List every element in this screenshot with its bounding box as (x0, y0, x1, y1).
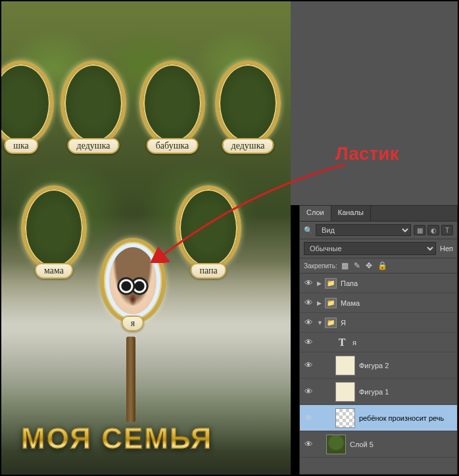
layer-thumbnail (335, 382, 355, 402)
layer-thumbnail (335, 408, 355, 428)
disclosure-icon[interactable]: ▼ (317, 320, 325, 326)
filter-type-icon[interactable]: T (441, 225, 453, 235)
filter-pixel-icon[interactable]: ▦ (414, 225, 425, 235)
layer-name: Фигура 2 (359, 362, 457, 369)
frame-label-grandma2: бабушка (147, 138, 199, 154)
tab-layers[interactable]: Слои (300, 206, 331, 221)
child-face (109, 247, 157, 314)
layer-name: Я (341, 319, 457, 327)
portrait-frame-grandpa2[interactable]: дедушка (215, 60, 281, 146)
layer-row[interactable]: 👁Фигура 2 (300, 352, 457, 379)
disclosure-icon[interactable]: ▶ (317, 300, 325, 306)
layer-row[interactable]: 👁Фигура 1 (300, 379, 457, 405)
search-icon: 🔍 (304, 226, 313, 235)
portrait-frame-grandpa1[interactable]: дедушка (60, 60, 126, 146)
visibility-toggle-icon[interactable]: 👁 (300, 337, 317, 347)
layer-name: я (352, 339, 457, 346)
layers-panel: Слои Каналы 🔍 Вид ▦ ◐ T Обычные Неп Закр… (299, 205, 458, 475)
panel-tabs: Слои Каналы (300, 206, 457, 222)
annotation-label: Ластик (335, 143, 399, 164)
text-layer-icon: T (335, 337, 349, 348)
visibility-toggle-icon[interactable]: 👁 (300, 298, 317, 308)
visibility-toggle-icon[interactable]: 👁 (300, 413, 317, 423)
folder-icon: 📁 (325, 318, 337, 328)
layer-name: Слой 5 (350, 440, 457, 448)
workspace-gray-area (291, 1, 458, 205)
portrait-frame-me[interactable]: я (100, 238, 166, 323)
layer-row[interactable]: 👁Слой 5 (300, 431, 457, 458)
lock-all-icon[interactable]: 🔒 (377, 261, 387, 270)
tab-channels[interactable]: Каналы (331, 206, 371, 221)
visibility-toggle-icon[interactable]: 👁 (300, 360, 317, 370)
filter-pills: ▦ ◐ T (414, 225, 453, 235)
lock-brush-icon[interactable]: ✎ (354, 261, 360, 270)
frame-label-dad: папа (190, 263, 226, 279)
blend-mode-select[interactable]: Обычные (304, 242, 436, 255)
folder-icon: 📁 (325, 278, 337, 289)
disclosure-icon[interactable]: ▶ (317, 280, 325, 287)
portrait-frame-mom[interactable]: мама (21, 185, 87, 271)
layer-thumbnail (326, 435, 346, 454)
layer-name: Папа (341, 279, 457, 287)
layer-name: ребёнок произносит речь (359, 414, 457, 422)
portrait-frame-grandma2[interactable]: бабушка (139, 60, 205, 146)
frame-label-grandma1: шка (4, 138, 38, 154)
document-title: МОЯ СЕМЬЯ (21, 422, 213, 455)
lock-pixels-icon[interactable]: ▦ (341, 261, 349, 270)
frame-label-grandpa2: дедушка (222, 138, 274, 154)
layer-row[interactable]: 👁▶📁Папа (300, 274, 457, 293)
lock-label: Закрепить: (304, 262, 337, 270)
filter-select[interactable]: Вид (316, 224, 411, 236)
portrait-frame-dad[interactable]: папа (176, 185, 241, 271)
frame-label-grandpa1: дедушка (68, 138, 120, 154)
layer-thumbnail (335, 356, 355, 375)
opacity-label: Неп (440, 245, 453, 252)
layer-row[interactable]: 👁▼📁Я (300, 313, 457, 333)
lock-position-icon[interactable]: ✥ (366, 261, 372, 270)
tree-trunk (126, 337, 135, 422)
frame-label-me: я (122, 316, 144, 331)
layer-name: Фигура 1 (359, 388, 457, 396)
layer-row[interactable]: 👁Tя (300, 333, 457, 352)
layer-row[interactable]: 👁ребёнок произносит речь (300, 405, 457, 431)
folder-icon: 📁 (325, 298, 337, 308)
visibility-toggle-icon[interactable]: 👁 (300, 318, 317, 327)
filter-adjust-icon[interactable]: ◐ (427, 225, 439, 235)
layer-row[interactable]: 👁▶📁Мама (300, 293, 457, 313)
canvas[interactable]: шкадедушкабабушкадедушкамамапапая МОЯ СЕ… (1, 1, 291, 475)
visibility-toggle-icon[interactable]: 👁 (300, 278, 317, 288)
layer-name: Мама (341, 299, 457, 307)
frame-label-mom: мама (35, 263, 73, 279)
layers-list: 👁▶📁Папа👁▶📁Мама👁▼📁Я👁Tя👁Фигура 2👁Фигура 1👁… (300, 274, 457, 474)
visibility-toggle-icon[interactable]: 👁 (300, 439, 317, 449)
visibility-toggle-icon[interactable]: 👁 (300, 387, 317, 396)
